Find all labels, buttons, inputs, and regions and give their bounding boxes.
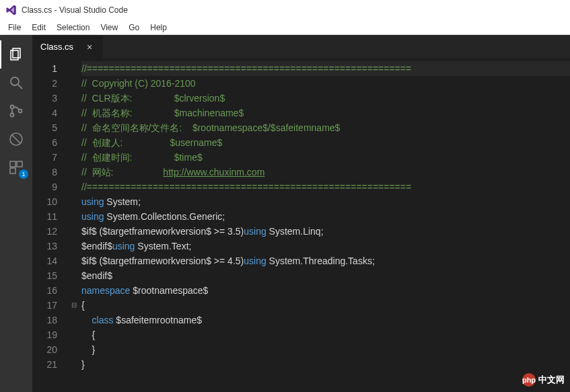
code-content[interactable]: //======================================…: [79, 58, 570, 392]
code-line[interactable]: $endif$using System.Text;: [81, 239, 570, 253]
fold-marker[interactable]: ⊟: [69, 298, 79, 313]
line-number: 1: [32, 61, 57, 76]
code-line[interactable]: // 创建时间: $time$: [81, 150, 570, 165]
line-number: 18: [32, 313, 57, 327]
fold-column: ⊟: [69, 58, 79, 392]
code-line[interactable]: // 创建人: $username$: [81, 135, 570, 150]
line-number: 8: [32, 165, 57, 180]
line-number: 17: [32, 298, 57, 313]
menu-selection[interactable]: Selection: [51, 22, 95, 34]
fold-marker: [69, 194, 79, 209]
line-number: 5: [32, 120, 57, 135]
tab-label: Class.cs: [40, 42, 73, 52]
svg-point-4: [11, 106, 14, 109]
line-number: 21: [32, 357, 57, 372]
tab-class-cs[interactable]: Class.cs ×: [32, 35, 103, 58]
fold-marker: [69, 253, 79, 268]
menu-go[interactable]: Go: [123, 22, 145, 34]
activity-extensions[interactable]: 1: [0, 153, 32, 182]
code-line[interactable]: using System.Collections.Generic;: [81, 209, 570, 224]
activity-bar: 1: [0, 35, 32, 392]
fold-marker: [69, 313, 79, 327]
vscode-app-icon: [5, 4, 17, 16]
line-number: 16: [32, 283, 57, 298]
code-line[interactable]: {: [81, 327, 570, 342]
line-number: 20: [32, 342, 57, 357]
fold-marker: [69, 357, 79, 372]
files-icon: [8, 46, 24, 63]
line-number-gutter: 123456789101112131415161718192021: [32, 58, 69, 392]
line-number: 12: [32, 224, 57, 239]
svg-rect-10: [17, 161, 22, 167]
code-line[interactable]: $endif$: [81, 268, 570, 283]
fold-marker: [69, 268, 79, 283]
code-line[interactable]: }: [81, 342, 570, 357]
fold-marker: [69, 76, 79, 91]
svg-point-5: [11, 114, 14, 117]
window-title: Class.cs - Visual Studio Code: [22, 5, 128, 15]
fold-marker: [69, 165, 79, 180]
bug-icon: [8, 131, 24, 147]
fold-marker: [69, 283, 79, 298]
code-line[interactable]: //======================================…: [81, 180, 570, 194]
fold-marker: [69, 135, 79, 150]
svg-rect-0: [13, 48, 20, 58]
line-number: 2: [32, 76, 57, 91]
line-number: 13: [32, 239, 57, 253]
git-icon: [8, 103, 24, 119]
svg-point-2: [11, 77, 19, 85]
code-line[interactable]: // CLR版本: $clrversion$: [81, 91, 570, 106]
code-line[interactable]: //======================================…: [81, 61, 570, 76]
code-line[interactable]: // 机器名称: $machinename$: [81, 106, 570, 120]
fold-marker: [69, 239, 79, 253]
line-number: 3: [32, 91, 57, 106]
extensions-badge: 1: [19, 169, 28, 179]
fold-marker: [69, 327, 79, 342]
code-line[interactable]: // 命名空间名称/文件名: $rootnamespace$/$safeitem…: [81, 120, 570, 135]
close-icon[interactable]: ×: [84, 42, 95, 52]
activity-explorer[interactable]: [0, 40, 32, 69]
code-line[interactable]: {: [81, 298, 570, 313]
code-line[interactable]: // Copyright (C) 2016-2100: [81, 76, 570, 91]
svg-line-8: [12, 135, 20, 143]
fold-marker: [69, 342, 79, 357]
line-number: 14: [32, 253, 57, 268]
fold-marker: [69, 120, 79, 135]
code-line[interactable]: namespace $rootnamespace$: [81, 283, 570, 298]
editor-pane[interactable]: 123456789101112131415161718192021 ⊟ //==…: [32, 58, 570, 392]
code-line[interactable]: // 网站: http://www.chuxinm.com: [81, 165, 570, 180]
code-line[interactable]: }: [81, 357, 570, 372]
fold-marker: [69, 224, 79, 239]
code-line[interactable]: using System;: [81, 194, 570, 209]
menu-file[interactable]: File: [3, 22, 26, 34]
workspace: 1 Class.cs × 123456789101112131415161718…: [0, 35, 570, 392]
activity-search[interactable]: [0, 69, 32, 97]
line-number: 6: [32, 135, 57, 150]
activity-debug[interactable]: [0, 125, 32, 153]
title-bar: Class.cs - Visual Studio Code: [0, 0, 570, 20]
line-number: 4: [32, 106, 57, 120]
fold-marker: [69, 209, 79, 224]
line-number: 11: [32, 209, 57, 224]
line-number: 15: [32, 268, 57, 283]
menu-help[interactable]: Help: [145, 22, 172, 34]
code-line[interactable]: $if$ ($targetframeworkversion$ >= 4.5)us…: [81, 253, 570, 268]
menu-view[interactable]: View: [95, 22, 123, 34]
line-number: 10: [32, 194, 57, 209]
line-number: 9: [32, 180, 57, 194]
fold-marker: [69, 61, 79, 76]
line-number: 19: [32, 327, 57, 342]
code-line[interactable]: class $safeitemrootname$: [81, 313, 570, 327]
svg-rect-11: [10, 168, 15, 173]
fold-marker: [69, 180, 79, 194]
activity-source-control[interactable]: [0, 97, 32, 125]
menu-bar: File Edit Selection View Go Help: [0, 20, 570, 35]
svg-rect-1: [11, 50, 18, 60]
code-line[interactable]: $if$ ($targetframeworkversion$ >= 3.5)us…: [81, 224, 570, 239]
editor-area: Class.cs × 12345678910111213141516171819…: [32, 35, 570, 392]
svg-line-3: [18, 85, 22, 89]
menu-edit[interactable]: Edit: [26, 22, 51, 34]
tab-bar: Class.cs ×: [32, 35, 570, 58]
fold-marker: [69, 106, 79, 120]
fold-marker: [69, 150, 79, 165]
